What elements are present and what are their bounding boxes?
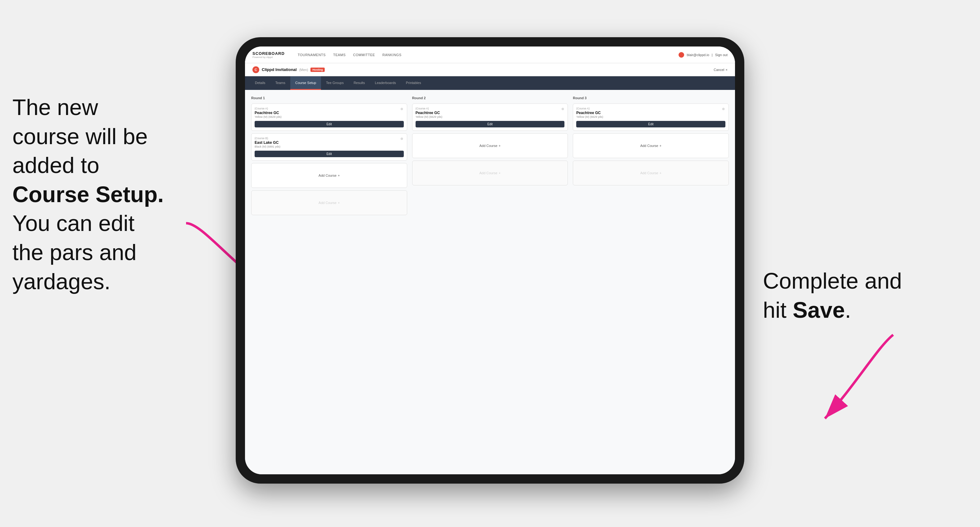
left-annotation: The new course will be added to Course S… (13, 93, 192, 296)
tab-details[interactable]: Details (250, 76, 270, 90)
annotation-line6: the pars and (13, 240, 137, 265)
tournament-name: Clippd Invitational (262, 67, 297, 72)
annotation-line4: Course Setup. (13, 182, 164, 207)
tab-bar: Details Teams Course Setup Tee Groups Re… (245, 76, 735, 90)
round3-course-a-label: (Course A) (576, 107, 725, 110)
round2-add-course-button[interactable]: Add Course + (412, 133, 568, 158)
right-annotation: Complete and hit Save. (763, 267, 943, 325)
round2-add-course-disabled: Add Course + (412, 160, 568, 186)
round1-course-a-card: ⊗ (Course A) Peachtree GC Yellow (M) (66… (251, 103, 407, 131)
nav-links: TOURNAMENTS TEAMS COMMITTEE RANKINGS (294, 51, 673, 59)
user-email: blair@clippd.io (687, 53, 709, 57)
round1-course-a-delete[interactable]: ⊗ (399, 106, 404, 111)
round1-course-a-name: Peachtree GC (255, 111, 404, 115)
round3-add-course-button[interactable]: Add Course + (573, 133, 729, 158)
tab-leaderboards[interactable]: Leaderboards (370, 76, 401, 90)
right-arrow (800, 329, 899, 428)
round2-course-a-card: ⊗ (Course A) Peachtree GC Yellow (M) (66… (412, 103, 568, 131)
round1-course-b-label: (Course B) (255, 137, 404, 140)
top-nav: SCOREBOARD Powered by clippd TOURNAMENTS… (245, 46, 735, 63)
nav-rankings[interactable]: RANKINGS (379, 51, 404, 59)
round2-add-plus-icon: + (499, 144, 501, 148)
user-avatar (679, 52, 684, 58)
round2-course-a-delete[interactable]: ⊗ (560, 106, 565, 111)
round3-course-a-card: ⊗ (Course A) Peachtree GC Yellow (M) (66… (573, 103, 729, 131)
round3-add-plus-icon-2: + (659, 171, 661, 175)
tournament-title: C Clippd Invitational (Men) Hosting (253, 66, 325, 73)
round2-course-a-label: (Course A) (415, 107, 565, 110)
nav-teams[interactable]: TEAMS (330, 51, 348, 59)
annotation-line3: added to (13, 153, 99, 178)
cancel-x-icon: × (726, 68, 727, 71)
tournament-division: (Men) (299, 68, 308, 71)
round-1-column: Round 1 ⊗ (Course A) Peachtree GC Yellow… (251, 96, 407, 215)
round-2-header: Round 2 (412, 96, 568, 100)
round2-course-a-edit[interactable]: Edit (415, 121, 565, 127)
round-3-column: Round 3 ⊗ (Course A) Peachtree GC Yellow… (573, 96, 729, 215)
tab-tee-groups[interactable]: Tee Groups (321, 76, 348, 90)
logo-main: SCOREBOARD (253, 51, 285, 56)
round1-add-plus-icon-2: + (338, 201, 340, 205)
round1-course-b-edit[interactable]: Edit (255, 151, 404, 157)
nav-separator: | (712, 53, 713, 57)
round2-course-a-name: Peachtree GC (415, 111, 565, 115)
round1-course-b-details: Black (M) (6891 yds) (255, 145, 404, 148)
round1-add-plus-icon: + (338, 174, 340, 177)
round1-add-course-button[interactable]: Add Course + (251, 163, 407, 188)
nav-right: blair@clippd.io | Sign out (679, 52, 727, 58)
annotation-right-line2: hit Save. (763, 298, 851, 322)
sub-header: C Clippd Invitational (Men) Hosting Canc… (245, 63, 735, 76)
round-2-column: Round 2 ⊗ (Course A) Peachtree GC Yellow… (412, 96, 568, 215)
annotation-line5: You can edit (13, 211, 135, 236)
annotation-right-line1: Complete and (763, 268, 902, 293)
round1-course-b-delete[interactable]: ⊗ (399, 136, 404, 141)
nav-tournaments[interactable]: TOURNAMENTS (294, 51, 329, 59)
tab-course-setup[interactable]: Course Setup (290, 76, 321, 90)
round3-course-a-details: Yellow (M) (6629 yds) (576, 115, 725, 118)
round3-course-a-delete[interactable]: ⊗ (721, 106, 726, 111)
round2-course-a-details: Yellow (M) (6629 yds) (415, 115, 565, 118)
round3-add-plus-icon: + (659, 144, 661, 148)
nav-committee[interactable]: COMMITTEE (350, 51, 379, 59)
sign-out-link[interactable]: Sign out (715, 53, 727, 57)
annotation-line2: course will be (13, 124, 148, 149)
tablet-frame: SCOREBOARD Powered by clippd TOURNAMENTS… (236, 37, 744, 484)
round3-add-course-disabled: Add Course + (573, 160, 729, 186)
annotation-line1: The new (13, 95, 98, 120)
round1-course-b-name: East Lake GC (255, 140, 404, 145)
round-3-header: Round 3 (573, 96, 729, 100)
round2-add-plus-icon-2: + (499, 171, 501, 175)
round3-course-a-name: Peachtree GC (576, 111, 725, 115)
c-logo-icon: C (253, 66, 259, 73)
round1-course-a-edit[interactable]: Edit (255, 121, 404, 127)
tablet-screen: SCOREBOARD Powered by clippd TOURNAMENTS… (245, 46, 735, 474)
round1-add-course-disabled: Add Course + (251, 190, 407, 215)
round1-course-b-card: ⊗ (Course B) East Lake GC Black (M) (689… (251, 133, 407, 160)
tab-teams[interactable]: Teams (270, 76, 290, 90)
cancel-button[interactable]: Cancel × (714, 68, 727, 71)
round-1-header: Round 1 (251, 96, 407, 100)
logo-sub: Powered by clippd (253, 56, 285, 59)
round1-course-a-details: Yellow (M) (6629 yds) (255, 115, 404, 118)
tab-printables[interactable]: Printables (401, 76, 426, 90)
round3-course-a-edit[interactable]: Edit (576, 121, 725, 127)
round1-course-a-label: (Course A) (255, 107, 404, 110)
rounds-grid: Round 1 ⊗ (Course A) Peachtree GC Yellow… (251, 96, 729, 215)
hosting-badge: Hosting (310, 68, 325, 72)
tab-results[interactable]: Results (348, 76, 370, 90)
main-content: Round 1 ⊗ (Course A) Peachtree GC Yellow… (245, 90, 735, 474)
scoreboard-logo: SCOREBOARD Powered by clippd (253, 51, 285, 59)
annotation-line7: yardages. (13, 269, 110, 294)
